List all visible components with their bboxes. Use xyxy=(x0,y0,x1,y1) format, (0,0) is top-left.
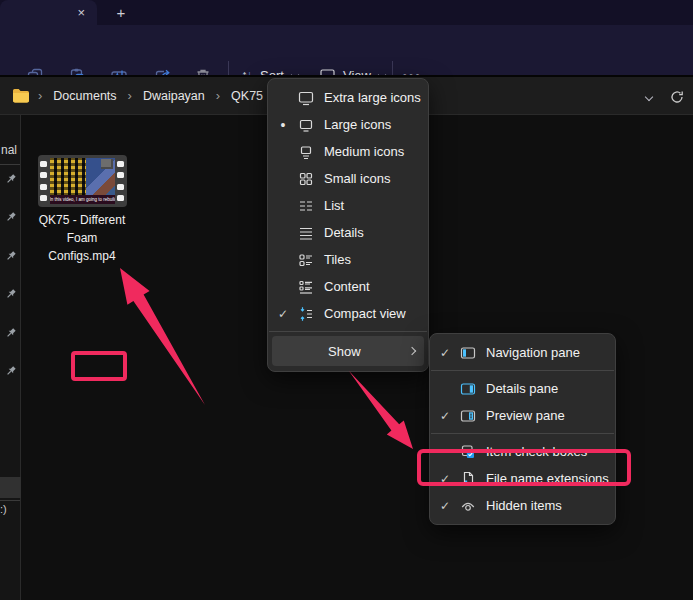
address-dropdown-chevron-icon[interactable] xyxy=(645,93,653,101)
file-name-label: QK75 - Different Foam Configs.mp4 xyxy=(26,211,138,265)
explorer-tab[interactable]: × xyxy=(0,0,97,25)
file-name-line-2: Foam xyxy=(26,229,138,247)
breadcrumb: › Documents › Dwaipayan › QK75 xyxy=(0,85,270,107)
file-name-extensions-icon xyxy=(460,471,486,487)
breadcrumb-separator: › xyxy=(126,88,134,103)
sidebar-divider xyxy=(0,500,20,501)
navigation-pane-icon xyxy=(460,345,486,361)
pin-icon[interactable] xyxy=(4,326,18,340)
video-file-item[interactable]: In this video, I am going to rebuild my … xyxy=(26,155,138,265)
refresh-icon[interactable] xyxy=(669,89,685,105)
pin-icon[interactable] xyxy=(4,172,18,186)
keyboard-image xyxy=(50,158,86,196)
menu-item-extra-large-icons[interactable]: Extra large icons xyxy=(268,84,428,111)
menu-item-compact-view[interactable]: ✓ Compact view xyxy=(268,300,428,327)
new-tab-button[interactable]: + xyxy=(110,2,132,23)
menu-item-item-check-boxes[interactable]: Item check boxes xyxy=(430,438,615,465)
details-pane-icon xyxy=(460,381,486,397)
breadcrumb-separator: › xyxy=(214,88,222,103)
menu-item-hidden-items[interactable]: ✓ Hidden items xyxy=(430,492,615,519)
check-icon: ✓ xyxy=(268,307,298,321)
command-toolbar: ↑↓ Sort View ··· xyxy=(0,25,693,75)
tab-close-icon[interactable]: × xyxy=(77,6,85,19)
menu-item-preview-pane[interactable]: ✓ Preview pane xyxy=(430,402,615,429)
menu-item-show[interactable]: Show xyxy=(272,336,424,366)
breadcrumb-qk75[interactable]: QK75 xyxy=(224,85,270,107)
details-icon xyxy=(298,225,324,241)
radio-dot-icon: • xyxy=(281,117,286,133)
menu-item-navigation-pane[interactable]: ✓ Navigation pane xyxy=(430,339,615,366)
content-icon xyxy=(298,279,324,295)
menu-item-tiles[interactable]: Tiles xyxy=(268,246,428,273)
extra-large-icons-icon xyxy=(298,90,324,106)
filmstrip-holes-right xyxy=(115,155,127,207)
preview-pane-icon xyxy=(460,408,486,424)
menu-separator xyxy=(431,370,614,371)
file-name-line-1: QK75 - Different xyxy=(26,211,138,229)
breadcrumb-dwaipayan[interactable]: Dwaipayan xyxy=(136,85,212,107)
menu-item-details[interactable]: Details xyxy=(268,219,428,246)
menu-separator xyxy=(269,331,427,332)
item-check-boxes-icon xyxy=(460,444,486,460)
chevron-right-icon xyxy=(408,347,416,355)
pin-icon[interactable] xyxy=(4,364,18,378)
menu-item-file-name-extensions[interactable]: ✓ File name extensions xyxy=(430,465,615,492)
menu-item-large-icons[interactable]: • Large icons xyxy=(268,111,428,138)
show-submenu: ✓ Navigation pane Details pane ✓ Preview… xyxy=(429,333,616,525)
file-explorer-window: × + xyxy=(0,0,693,600)
sidebar-selected-item[interactable] xyxy=(0,477,21,498)
breadcrumb-documents[interactable]: Documents xyxy=(46,85,123,107)
box-image xyxy=(101,159,113,169)
check-icon: ✓ xyxy=(430,409,460,423)
breadcrumb-separator: › xyxy=(36,88,44,103)
filmstrip-holes-left xyxy=(38,155,50,207)
menu-separator xyxy=(431,433,614,434)
small-icons-icon xyxy=(298,171,324,187)
compact-view-icon xyxy=(298,306,324,322)
view-dropdown-menu: Extra large icons • Large icons Medium i… xyxy=(267,78,429,372)
navigation-pane-clipped: nal :) xyxy=(0,115,21,600)
check-icon: ✓ xyxy=(430,499,460,513)
thumbnail-caption: In this video, I am going to rebuild my xyxy=(50,195,115,204)
tiles-icon xyxy=(298,252,324,268)
menu-item-small-icons[interactable]: Small icons xyxy=(268,165,428,192)
check-icon: ✓ xyxy=(430,472,460,486)
menu-item-details-pane[interactable]: Details pane xyxy=(430,375,615,402)
file-name-line-3: Configs.mp4 xyxy=(26,247,138,265)
menu-item-content[interactable]: Content xyxy=(268,273,428,300)
desk-image xyxy=(86,158,115,196)
tab-bar: × + xyxy=(0,0,693,25)
sidebar-partial-label: nal xyxy=(1,143,17,157)
pin-icon[interactable] xyxy=(4,210,18,224)
hidden-items-eye-icon xyxy=(460,498,486,514)
sidebar-divider xyxy=(0,164,20,165)
list-icon xyxy=(298,198,324,214)
pin-icon[interactable] xyxy=(4,287,18,301)
large-icons-icon xyxy=(298,117,324,133)
menu-item-list[interactable]: List xyxy=(268,192,428,219)
check-icon: ✓ xyxy=(430,346,460,360)
medium-icons-icon xyxy=(298,144,324,160)
folder-icon xyxy=(12,88,30,103)
thumbnail-image: In this video, I am going to rebuild my xyxy=(50,158,115,204)
video-thumbnail: In this video, I am going to rebuild my xyxy=(38,155,127,207)
menu-item-medium-icons[interactable]: Medium icons xyxy=(268,138,428,165)
sidebar-partial-drive-label: :) xyxy=(0,503,7,515)
pin-icon[interactable] xyxy=(4,249,18,263)
